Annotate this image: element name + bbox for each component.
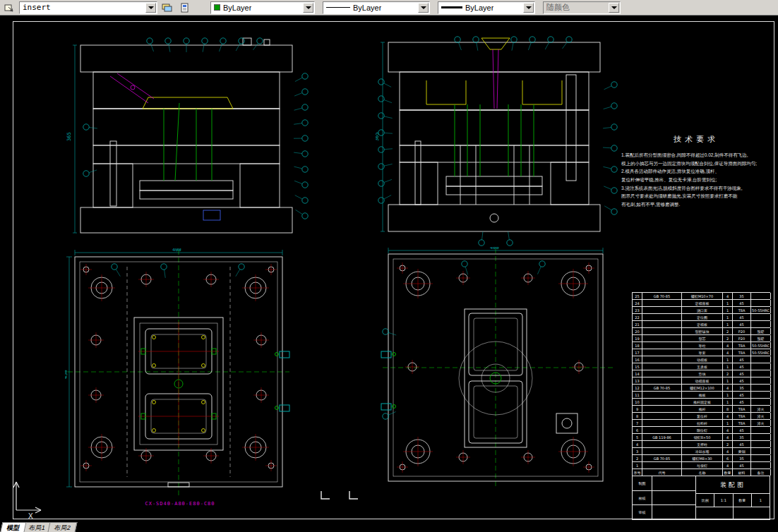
linetype-combo[interactable]: ByLayer (323, 1, 430, 14)
checked-label: 校核 (633, 491, 652, 505)
lineweight-combo[interactable]: ByLayer (438, 1, 535, 14)
sprue-channel (493, 49, 498, 109)
sprue-and-cavities (426, 38, 562, 104)
bom-row: 5GB 119-86销钉8×50435 (632, 433, 770, 440)
ejector-pins (455, 104, 534, 176)
bom-header: 序号代号名称数量材料备注 (632, 468, 770, 476)
svg-text:450: 450 (65, 370, 68, 379)
bom-row: 16动模板145 (632, 356, 770, 363)
bom-row: 22定位圈145 (632, 313, 770, 320)
bom-row: 24定模座板145 (632, 299, 770, 306)
bom-row: 19型芯2P20预硬 (632, 334, 770, 341)
bom-row: 7拉料杆1T8A淬火 (632, 419, 770, 426)
layers-icon (162, 3, 173, 13)
drawing-title: 装配图 (696, 476, 770, 494)
plotstyle-combo: 随颜色 (543, 1, 621, 14)
layout-tab-布局2[interactable]: 布局2 (48, 522, 78, 532)
section-view-left: 365 (65, 35, 312, 241)
bom-row: 13动模座板145 (632, 377, 770, 384)
toolbar: insert ByLayer ByLayer ByLayer 随颜色 (0, 0, 778, 16)
drawing-canvas[interactable]: 365 (0, 16, 778, 521)
block-name-combo[interactable]: insert (19, 1, 157, 14)
bom-rows: 25GB 70-85螺钉M10×7043524定模座板14523浇口套1T8A5… (632, 292, 770, 468)
bom-row: 6限位钉445 (632, 426, 770, 433)
lineweight-sample-icon (441, 6, 462, 8)
color-swatch (214, 4, 220, 11)
lineweight-value: ByLayer (465, 4, 493, 12)
layout-tab-模型[interactable]: 模型 (1, 522, 27, 532)
layer-page-icon (180, 3, 190, 13)
bom-row: 18导柱4T8A50-55HRC (632, 341, 770, 349)
mold-base-code: CX-SD40-A80-E80-C80 (99, 501, 261, 507)
svg-text:365: 365 (66, 132, 72, 141)
tech-requirements: 技术要求 1.装配后所有分型面须密合,间隙不得超过0.02,制件不得有飞边,模上… (621, 134, 771, 209)
balloon-callouts (83, 38, 308, 219)
chevron-down-icon[interactable] (418, 3, 429, 13)
scale-label: 比例 (696, 494, 714, 506)
bom-row: 15支承板145 (632, 363, 770, 370)
bom-header-row: 序号代号名称数量材料备注 (632, 468, 770, 476)
bom-row: 17导套4T8A50-55HRC (632, 349, 770, 356)
statusbar: 模型布局1布局2 (0, 521, 778, 532)
insert-block-icon[interactable] (1, 1, 17, 14)
bom-row: 23浇口套1T8A50-55HRC (632, 306, 770, 313)
svg-text:400: 400 (490, 247, 499, 250)
ejector-pins (164, 103, 212, 181)
chevron-down-icon[interactable] (303, 3, 313, 13)
svg-text:365: 365 (376, 132, 380, 141)
svg-text:400: 400 (172, 248, 181, 253)
bom-row: 21定模板145 (632, 320, 770, 327)
balloon-callouts (383, 261, 545, 419)
layer-properties-button[interactable] (160, 1, 175, 14)
bom-row: 25GB 70-85螺钉M10×70435 (632, 292, 770, 299)
linetype-value: ByLayer (353, 4, 381, 12)
balloon-callouts (112, 264, 244, 278)
section-left-dims: 365 (66, 45, 77, 233)
bom-row: 11推板145 (632, 391, 770, 398)
bom-row: 14垫块245 (632, 370, 770, 377)
layout-tabs: 模型布局1布局2 (1, 522, 74, 532)
bom-row: 20型腔镶块2P20预硬 (632, 327, 770, 334)
color-value: ByLayer (223, 4, 251, 12)
section-view-right: 365 (376, 35, 619, 247)
ucs-x-label: X (28, 512, 33, 519)
color-combo[interactable]: ByLayer (210, 1, 315, 14)
bom-row: 9推杆8T8A淬火 (632, 405, 770, 412)
chevron-down-icon[interactable] (523, 3, 534, 13)
approved-label: 审核 (633, 505, 652, 519)
drafted-label: 制图 (633, 476, 652, 490)
bom-row: 2GB 70-85螺钉M8×30635 (632, 454, 770, 461)
tech-req-lines: 1.装配后所有分型面须密合,间隙不得超过0.02,制件不得有飞边,模上的小抽芯与… (621, 151, 771, 209)
bom-row: 3冷却水嘴4黄铜 (632, 447, 770, 454)
block-name-value: insert (23, 3, 51, 12)
ucs-icon: X (10, 478, 48, 519)
insert-icon (4, 3, 14, 13)
qty-value: 1 (752, 494, 770, 506)
linetype-sample-icon (326, 7, 350, 8)
tech-requirements-title: 技术要求 (621, 134, 771, 145)
cavity-outline (143, 97, 233, 109)
mold-plates (80, 38, 292, 233)
bom-row: 10推杆固定板145 (632, 398, 770, 405)
bom-row: 4支撑柱245 (632, 440, 770, 447)
chevron-down-icon[interactable] (145, 3, 156, 13)
title-block: 制图 校核 审核 装配图 比例 1:1 数量 1 (632, 476, 770, 520)
bom-table: 25GB 70-85螺钉M10×7043524定模座板14523浇口套1T8A5… (632, 292, 770, 520)
bom-row: 1垃圾钉445 (632, 461, 770, 468)
fold-mark (347, 490, 360, 501)
cavity-centerlines (138, 322, 219, 447)
plotstyle-value: 随颜色 (546, 2, 570, 13)
fold-mark (319, 490, 332, 501)
bom-row: 8复位杆4T8A淬火 (632, 412, 770, 419)
plan-view-right: 400 (380, 247, 616, 490)
plan-view-left: 400 450 (65, 248, 292, 497)
scale-value: 1:1 (714, 494, 733, 506)
mold-plates (388, 42, 600, 231)
bom-row: 12GB 70-85螺钉M12×100435 (632, 384, 770, 391)
ko-hole-marker (203, 210, 220, 220)
layer-states-button[interactable] (177, 1, 193, 14)
qty-label: 数量 (734, 494, 752, 506)
chevron-down-icon (609, 3, 619, 13)
